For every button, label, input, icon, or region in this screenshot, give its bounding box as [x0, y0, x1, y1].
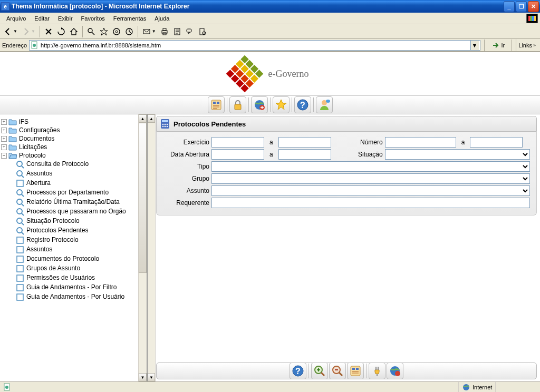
tree-root-licitacoes[interactable]: + Licitações — [1, 143, 137, 151]
tree-item[interactable]: Consulta de Protocolo — [1, 160, 137, 169]
select-assunto[interactable] — [211, 185, 530, 196]
tree-item[interactable]: Assuntos — [1, 245, 137, 254]
select-grupo[interactable] — [211, 173, 530, 184]
media-button[interactable] — [111, 26, 122, 37]
tree-item[interactable]: Relatório Última Tramitação/Data — [1, 198, 137, 207]
app-globe-button[interactable] — [251, 96, 268, 113]
tree-item[interactable]: Documentos do Protocolo — [1, 254, 137, 264]
select-situacao[interactable] — [385, 149, 530, 160]
tree-root-protocolo[interactable]: − Protocolo — [1, 151, 137, 160]
scroll-track[interactable] — [139, 123, 147, 373]
address-input[interactable] — [41, 42, 470, 48]
history-button[interactable] — [123, 26, 135, 37]
tree-item[interactable]: Situação Protocolo — [1, 217, 137, 226]
help-button[interactable]: ? — [290, 362, 306, 379]
close-button[interactable]: ✕ — [528, 1, 539, 12]
input-requerente[interactable] — [211, 198, 530, 208]
zoom-in-button[interactable] — [311, 362, 328, 379]
menu-ajuda[interactable]: Ajuda — [150, 14, 173, 23]
app-lock-button[interactable] — [229, 96, 246, 113]
tree-item[interactable]: Processos por Departamento — [1, 188, 137, 198]
app-properties-button[interactable] — [208, 96, 225, 113]
nav-tree[interactable]: + iFS + Configurações + Documentos + — [0, 114, 138, 381]
expander-icon[interactable]: + — [1, 144, 7, 150]
zoom-out-button[interactable] — [329, 362, 346, 379]
favorites-button[interactable] — [98, 26, 110, 37]
stop-button[interactable] — [43, 26, 54, 37]
app-iconbar: ? — [0, 95, 540, 114]
minimize-button[interactable]: _ — [504, 1, 515, 12]
address-field-wrap[interactable]: ▼ — [29, 40, 480, 51]
back-button[interactable]: ▼ — [2, 26, 19, 37]
tree-item[interactable]: Guia de Andamentos - Por Usuário — [1, 292, 137, 302]
scroll-thumb[interactable] — [139, 123, 147, 273]
menu-arquivo[interactable]: Arquivo — [2, 14, 30, 23]
egoverno-logo-icon — [226, 55, 263, 93]
scroll-up-button[interactable]: ▲ — [139, 114, 147, 123]
scroll-down-button[interactable]: ▼ — [139, 373, 147, 381]
forward-button[interactable]: ▼ — [20, 26, 37, 37]
discuss-button[interactable] — [184, 26, 196, 37]
plug-button[interactable] — [369, 362, 385, 379]
globe-action-button[interactable] — [387, 362, 403, 379]
query-icon — [16, 208, 24, 216]
select-tipo[interactable] — [211, 161, 530, 172]
address-dropdown-button[interactable]: ▼ — [470, 41, 479, 50]
tree-item[interactable]: Permissões de Usuários — [1, 273, 137, 283]
tree-item[interactable]: Abertura — [1, 179, 137, 188]
scroll-track[interactable] — [148, 123, 155, 373]
tree-scrollbar[interactable]: ▲ ▼ — [138, 114, 147, 381]
links-toolbar[interactable]: Links» — [516, 39, 538, 51]
scroll-down-button[interactable]: ▼ — [148, 373, 155, 381]
expander-icon[interactable]: + — [1, 128, 7, 133]
svg-point-58 — [463, 384, 469, 390]
expander-icon[interactable]: + — [1, 136, 7, 142]
svg-rect-38 — [17, 294, 23, 300]
doc-icon — [16, 246, 24, 254]
print-button[interactable] — [159, 26, 170, 37]
doc-icon — [16, 274, 24, 282]
menu-editar[interactable]: Editar — [30, 14, 54, 23]
scroll-up-button[interactable]: ▲ — [148, 114, 155, 123]
expander-icon[interactable]: − — [1, 153, 7, 159]
input-numero-to[interactable] — [470, 137, 523, 148]
svg-point-44 — [162, 126, 164, 128]
tree-item[interactable]: Assuntos — [1, 169, 137, 179]
app-help-button[interactable]: ? — [294, 96, 311, 113]
query-icon — [16, 160, 24, 169]
tree-item[interactable]: Grupos de Assunto — [1, 264, 137, 273]
tree-item[interactable]: Registro Protocolo — [1, 236, 137, 245]
details-button[interactable] — [347, 362, 364, 379]
input-data-to[interactable] — [278, 149, 331, 160]
tree-item[interactable]: Guia de Andamentos - Por Filtro — [1, 283, 137, 292]
menu-exibir[interactable]: Exibir — [54, 14, 77, 23]
form-scrollbar[interactable]: ▲ ▼ — [148, 114, 156, 381]
svg-rect-37 — [17, 285, 23, 291]
menu-favoritos[interactable]: Favoritos — [77, 14, 109, 23]
tree-root-documentos[interactable]: + Documentos — [1, 134, 137, 143]
tree-root-configuracoes[interactable]: + Configurações — [1, 126, 137, 134]
window-title: Thema Informática [protocolo] - Microsof… — [12, 3, 504, 10]
svg-point-27 — [17, 190, 22, 195]
menu-ferramentas[interactable]: Ferramentas — [109, 14, 150, 23]
home-button[interactable] — [68, 26, 80, 37]
label-situacao: Situação — [351, 151, 383, 158]
tree-root-ifs[interactable]: + iFS — [1, 117, 137, 126]
go-button[interactable]: Ir — [488, 41, 508, 50]
app-favorites-button[interactable] — [273, 96, 290, 113]
tree-item[interactable]: Processos que passaram no Orgão — [1, 207, 137, 217]
mail-button[interactable]: ▼ — [141, 26, 158, 37]
search-button[interactable] — [85, 26, 97, 37]
input-exercicio-from[interactable] — [211, 137, 264, 148]
edit-button[interactable] — [171, 26, 183, 37]
expander-icon[interactable]: + — [1, 119, 7, 125]
research-button[interactable] — [197, 26, 208, 37]
svg-rect-6 — [163, 28, 166, 31]
input-data-from[interactable] — [211, 149, 264, 160]
maximize-button[interactable]: ❐ — [516, 1, 527, 12]
input-numero-from[interactable] — [385, 137, 456, 148]
input-exercicio-to[interactable] — [278, 137, 331, 148]
app-user-button[interactable] — [316, 96, 333, 113]
tree-item[interactable]: Protocolos Pendentes — [1, 226, 137, 236]
refresh-button[interactable] — [55, 26, 67, 37]
